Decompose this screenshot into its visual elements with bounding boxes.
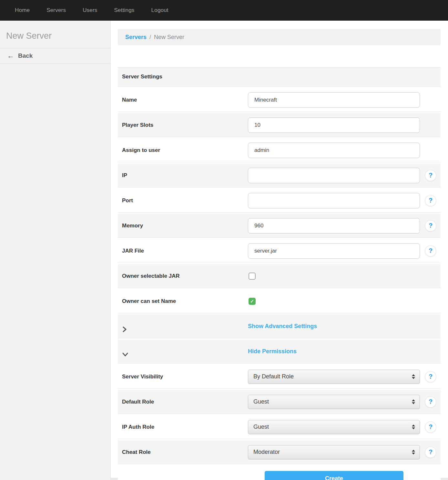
chevron-right-icon <box>122 326 248 333</box>
form-row-memory: Memory ? <box>118 214 441 237</box>
form-row-default-role: Default Role Guest ? <box>118 390 441 414</box>
form-row-create: Create <box>118 465 441 480</box>
back-arrow-icon: ← <box>7 52 14 59</box>
server-visibility-label: Server Visibility <box>122 374 163 380</box>
owner-can-set-name-checkbox[interactable]: ✓ <box>249 298 256 305</box>
form-row-player-slots: Player Slots <box>118 113 441 137</box>
form-row-port: Port ? <box>118 189 441 212</box>
select-stepper-icon <box>412 374 415 379</box>
nav-item-logout[interactable]: Logout <box>143 7 177 14</box>
checkmark-icon: ✓ <box>250 299 254 304</box>
jar-file-help-icon[interactable]: ? <box>425 245 436 257</box>
port-label: Port <box>122 197 133 204</box>
ip-auth-role-help-icon[interactable]: ? <box>425 421 436 433</box>
back-button[interactable]: ← Back <box>0 48 110 64</box>
breadcrumb-current: New Server <box>154 34 184 41</box>
jar-file-input[interactable] <box>248 243 420 259</box>
assign-to-user-label: Assign to user <box>122 147 160 153</box>
page-title: New Server <box>0 21 110 48</box>
sidebar: New Server ← Back <box>0 21 111 480</box>
default-role-help-icon[interactable]: ? <box>425 396 436 408</box>
ip-label: IP <box>122 172 127 178</box>
form-row-ip-auth-role: IP Auth Role Guest ? <box>118 415 441 439</box>
owner-selectable-jar-checkbox[interactable]: ✓ <box>249 273 256 280</box>
default-role-label: Default Role <box>122 399 154 405</box>
nav-item-users[interactable]: Users <box>74 7 106 14</box>
port-input[interactable] <box>248 193 420 208</box>
form-row-owner-selectable-jar: Owner selectable JAR ✓ <box>118 264 441 288</box>
hide-permissions-link[interactable]: Hide Permissions <box>248 348 297 355</box>
cheat-role-selected-value: Moderator <box>253 449 280 455</box>
create-button[interactable]: Create <box>265 471 403 480</box>
form-section-header: Server Settings <box>118 67 441 86</box>
memory-input[interactable] <box>248 218 420 234</box>
breadcrumb: Servers / New Server <box>118 29 441 45</box>
form-row-hide-permissions: Hide Permissions <box>118 340 441 363</box>
server-visibility-help-icon[interactable]: ? <box>425 371 436 383</box>
jar-file-label: JAR File <box>122 248 144 254</box>
show-advanced-settings-link[interactable]: Show Advanced Settings <box>248 323 317 330</box>
top-navbar: Home Servers Users Settings Logout <box>0 0 448 21</box>
select-stepper-icon <box>412 399 415 404</box>
port-help-icon[interactable]: ? <box>425 195 436 206</box>
select-stepper-icon <box>412 425 415 429</box>
back-label: Back <box>18 52 33 59</box>
default-role-select[interactable]: Guest <box>248 395 420 409</box>
ip-input[interactable] <box>248 168 420 183</box>
cheat-role-label: Cheat Role <box>122 449 151 455</box>
ip-auth-role-select[interactable]: Guest <box>248 420 420 434</box>
ip-auth-role-selected-value: Guest <box>253 424 269 430</box>
breadcrumb-servers-link[interactable]: Servers <box>125 34 147 41</box>
form-row-name: Name <box>118 88 441 112</box>
player-slots-label: Player Slots <box>122 122 153 128</box>
main-content: Servers / New Server Server Settings Nam… <box>111 21 448 478</box>
form-row-show-advanced: Show Advanced Settings <box>118 315 441 338</box>
ip-help-icon[interactable]: ? <box>425 170 436 181</box>
nav-item-servers[interactable]: Servers <box>38 7 74 14</box>
section-title: Server Settings <box>122 74 162 80</box>
chevron-down-icon <box>122 352 248 357</box>
form-row-ip: IP ? <box>118 164 441 187</box>
nav-item-home[interactable]: Home <box>6 7 38 14</box>
assign-to-user-input[interactable] <box>248 143 420 158</box>
player-slots-input[interactable] <box>248 117 420 133</box>
form-row-owner-can-set-name: Owner can set Name ✓ <box>118 289 441 313</box>
form-row-cheat-role: Cheat Role Moderator ? <box>118 440 441 464</box>
breadcrumb-separator: / <box>149 34 151 41</box>
memory-label: Memory <box>122 223 143 229</box>
ip-auth-role-label: IP Auth Role <box>122 424 154 430</box>
cheat-role-help-icon[interactable]: ? <box>425 446 436 458</box>
server-settings-form: Server Settings Name Player Slots Assign… <box>118 67 441 480</box>
server-visibility-selected-value: By Default Role <box>253 373 294 380</box>
form-row-jar-file: JAR File ? <box>118 239 441 263</box>
owner-selectable-jar-label: Owner selectable JAR <box>122 273 180 279</box>
name-label: Name <box>122 97 137 103</box>
form-row-assign-to-user: Assign to user <box>118 138 441 162</box>
form-row-server-visibility: Server Visibility By Default Role ? <box>118 365 441 388</box>
memory-help-icon[interactable]: ? <box>425 220 436 232</box>
default-role-selected-value: Guest <box>253 398 269 405</box>
server-visibility-select[interactable]: By Default Role <box>248 370 420 384</box>
cheat-role-select[interactable]: Moderator <box>248 445 420 459</box>
name-input[interactable] <box>248 92 420 108</box>
select-stepper-icon <box>412 450 415 455</box>
owner-can-set-name-label: Owner can set Name <box>122 298 176 304</box>
nav-item-settings[interactable]: Settings <box>106 7 143 14</box>
